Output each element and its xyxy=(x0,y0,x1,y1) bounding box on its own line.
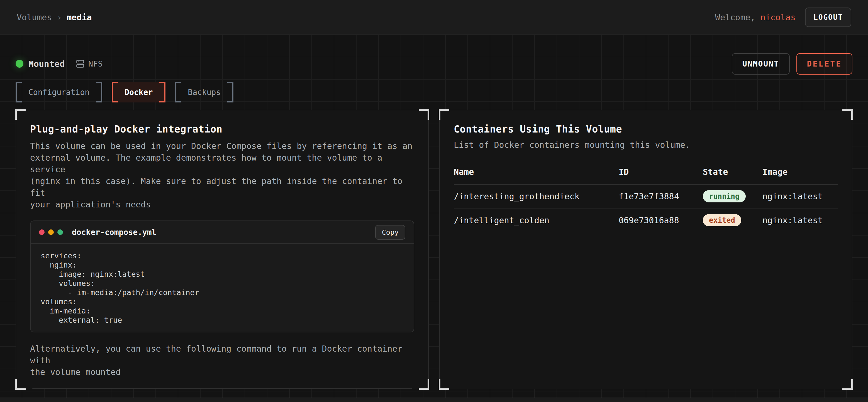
container-id: 069e73016a88 xyxy=(619,215,703,225)
red-dot-icon xyxy=(39,229,44,235)
tab-docker[interactable]: Docker xyxy=(112,82,165,102)
container-state: exited xyxy=(703,214,763,226)
cli-code-block: CLI one-liner Copy docker run -v im-medi… xyxy=(30,388,414,389)
breadcrumb-current-page: media xyxy=(67,12,92,22)
page-background: Mounted NFS UNMOUNT DELETE Configuration… xyxy=(0,35,868,398)
welcome-prefix: Welcome, xyxy=(715,12,761,22)
mounted-status-label: Mounted xyxy=(28,59,65,69)
status-row: Mounted NFS UNMOUNT DELETE xyxy=(16,53,852,75)
logout-button[interactable]: LOGOUT xyxy=(805,7,851,27)
column-header-image: Image xyxy=(763,167,838,177)
containers-table-header: Name ID State Image xyxy=(454,167,838,185)
breadcrumb-separator-icon: › xyxy=(57,13,62,22)
containers-panel-subtitle: List of Docker containers mounting this … xyxy=(454,139,838,151)
docker-panel-description: This volume can be used in your Docker C… xyxy=(30,140,414,210)
compose-code-block: docker-compose.yml Copy services: nginx:… xyxy=(30,221,414,332)
containers-table: Name ID State Image /interesting_grothen… xyxy=(454,167,838,232)
containers-panel-title: Containers Using This Volume xyxy=(454,124,838,135)
corner-bracket-icon xyxy=(439,109,449,120)
corner-bracket-icon xyxy=(419,109,429,120)
green-dot-icon xyxy=(57,229,63,235)
content-panels: Plug-and-play Docker integration This vo… xyxy=(16,110,852,389)
container-state: running xyxy=(703,190,763,202)
table-row: /interesting_grothendieck f1e73e7f3884 r… xyxy=(454,185,838,208)
topbar-right: Welcome, nicolas LOGOUT xyxy=(715,7,851,27)
corner-bracket-icon xyxy=(15,109,26,120)
table-row: /intelligent_colden 069e73016a88 exited … xyxy=(454,208,838,232)
fs-type-label: NFS xyxy=(88,59,103,68)
corner-bracket-icon xyxy=(842,379,853,390)
delete-button[interactable]: DELETE xyxy=(797,53,852,75)
traffic-light-dots xyxy=(39,229,63,235)
corner-bracket-icon xyxy=(842,109,853,120)
containers-panel: Containers Using This Volume List of Doc… xyxy=(439,110,852,389)
volume-actions: UNMOUNT DELETE xyxy=(732,53,852,75)
breadcrumb-volumes-link[interactable]: Volumes xyxy=(17,12,52,22)
unmount-button[interactable]: UNMOUNT xyxy=(732,53,790,75)
mounted-status-dot-icon xyxy=(16,60,23,68)
filesystem-chip: NFS xyxy=(76,59,103,68)
amber-dot-icon xyxy=(48,229,54,235)
column-header-name: Name xyxy=(454,167,619,177)
server-icon xyxy=(76,60,84,68)
tab-backups[interactable]: Backups xyxy=(175,82,234,102)
compose-code-header: docker-compose.yml Copy xyxy=(31,221,414,243)
breadcrumb: Volumes › media xyxy=(17,12,92,22)
container-name: /interesting_grothendieck xyxy=(454,192,619,201)
status-badge: running xyxy=(703,190,746,202)
tab-bar: Configuration Docker Backups xyxy=(16,82,852,102)
compose-filename: docker-compose.yml xyxy=(72,228,156,237)
docker-integration-panel: Plug-and-play Docker integration This vo… xyxy=(16,110,429,389)
tab-configuration[interactable]: Configuration xyxy=(16,82,102,102)
container-name: /intelligent_colden xyxy=(454,215,619,225)
username: nicolas xyxy=(761,12,796,22)
corner-bracket-icon xyxy=(15,379,26,390)
compose-copy-button[interactable]: Copy xyxy=(375,225,405,240)
cli-intro-text: Alternatively, you can use the following… xyxy=(30,343,414,378)
compose-code-content: services: nginx: image: nginx:latest vol… xyxy=(31,243,414,332)
docker-panel-title: Plug-and-play Docker integration xyxy=(30,124,414,135)
status-badge: exited xyxy=(703,214,741,226)
container-image: nginx:latest xyxy=(763,215,838,225)
corner-bracket-icon xyxy=(419,379,429,390)
welcome-text: Welcome, nicolas xyxy=(715,12,796,22)
container-image: nginx:latest xyxy=(763,192,838,201)
footer-strip xyxy=(0,398,868,402)
column-header-id: ID xyxy=(619,167,703,177)
column-header-state: State xyxy=(703,167,763,177)
container-id: f1e73e7f3884 xyxy=(619,192,703,201)
top-bar: Volumes › media Welcome, nicolas LOGOUT xyxy=(0,0,868,35)
corner-bracket-icon xyxy=(439,379,449,390)
